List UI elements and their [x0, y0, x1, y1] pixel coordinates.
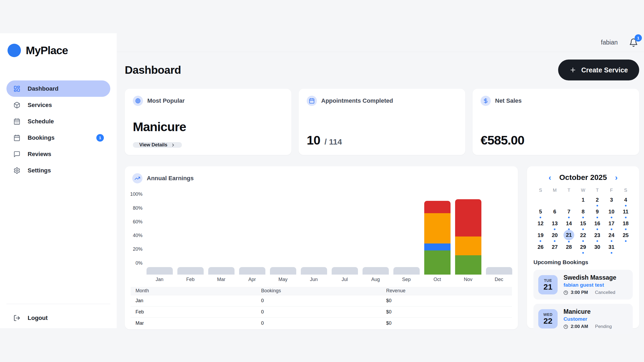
calendar-event-dot — [554, 240, 555, 242]
calendar-event-dot — [597, 205, 598, 206]
calendar-day-16[interactable]: 16 — [590, 219, 604, 231]
calendar-day-number: 7 — [564, 207, 574, 216]
view-details-label: View Details — [139, 142, 167, 148]
calendar-day-7[interactable]: 7 — [562, 207, 576, 219]
calendar-day-22[interactable]: 22 — [576, 231, 590, 242]
x-axis-label: Feb — [175, 277, 206, 282]
x-axis-label: Aug — [360, 277, 391, 282]
calendar-weekday: M — [548, 188, 562, 195]
sidebar-item-services[interactable]: Services — [6, 97, 110, 113]
earnings-table-header-row: MonthBookingsRevenue — [131, 287, 512, 295]
calendar-prev-button[interactable]: ‹ — [548, 173, 551, 182]
create-service-button[interactable]: Create Service — [558, 60, 639, 80]
table-row: Mar0$0 — [131, 317, 512, 329]
table-cell: Feb — [131, 306, 261, 317]
calendar-day-15[interactable]: 15 — [576, 219, 590, 231]
bar-segment-red — [424, 201, 451, 213]
logout-button[interactable]: Logout — [6, 313, 110, 323]
calendar-event-dot — [582, 252, 584, 254]
sidebar-item-dashboard[interactable]: Dashboard — [6, 80, 110, 97]
calendar-day-17[interactable]: 17 — [604, 219, 619, 231]
bar-jun — [298, 267, 329, 275]
calendar-day-6[interactable]: 6 — [548, 207, 562, 219]
calendar-day-14[interactable]: 14 — [562, 219, 576, 231]
booking-card[interactable]: TUE21Swedish Massagefabian guest test3:0… — [533, 270, 633, 300]
card-label-row: Net Sales — [481, 96, 631, 106]
sidebar-item-label: Services — [28, 102, 52, 109]
bar-may — [268, 267, 298, 275]
calendar-day-number: 17 — [606, 219, 617, 228]
logout-icon — [13, 315, 20, 322]
clock-icon — [564, 290, 568, 295]
calendar-day-31[interactable]: 31 — [604, 242, 619, 254]
calendar-day-8[interactable]: 8 — [576, 207, 590, 219]
calendar-event-dot — [597, 217, 598, 218]
calendar-day-10[interactable]: 10 — [604, 207, 619, 219]
create-service-label: Create Service — [581, 66, 628, 74]
calendar-day-number: 20 — [550, 231, 560, 240]
calendar-event-dot — [554, 228, 555, 230]
calendar-day-20[interactable]: 20 — [548, 231, 562, 242]
calendar-day-21[interactable]: 21 — [562, 231, 576, 242]
empty-bar-placeholder — [177, 267, 204, 275]
calendar-day-number: 29 — [578, 242, 588, 252]
calendar-day-number: 8 — [578, 207, 588, 216]
calendar-day-27[interactable]: 27 — [548, 242, 562, 254]
calendar-panel: ‹ October 2025 › SMTWTFS1234567891011121… — [527, 166, 639, 328]
calendar-day-number: 22 — [578, 231, 588, 240]
card-label-row: Appointments Completed — [307, 96, 457, 106]
sidebar-item-reviews[interactable]: Reviews — [6, 146, 110, 162]
booking-customer-link[interactable]: fabian guest test — [564, 282, 616, 288]
booking-date-badge: TUE21 — [538, 275, 558, 294]
calendar-day-25[interactable]: 25 — [619, 231, 633, 242]
schedule-icon — [13, 118, 20, 125]
calendar-day-empty — [548, 195, 562, 207]
calendar-day-28[interactable]: 28 — [562, 242, 576, 254]
calendar-weekday: T — [562, 188, 576, 195]
booking-customer-link[interactable]: Customer — [564, 316, 612, 322]
calendar-day-number: 1 — [578, 195, 588, 204]
calendar-day-3[interactable]: 3 — [604, 195, 619, 207]
calendar-day-18[interactable]: 18 — [619, 219, 633, 231]
sidebar-item-bookings[interactable]: Bookings1 — [6, 130, 110, 146]
empty-bar-placeholder — [486, 267, 512, 275]
calendar-day-29[interactable]: 29 — [576, 242, 590, 254]
calendar-day-23[interactable]: 23 — [590, 231, 604, 242]
calendar-day-30[interactable]: 30 — [590, 242, 604, 254]
calendar-day-12[interactable]: 12 — [533, 219, 548, 231]
calendar-day-5[interactable]: 5 — [533, 207, 548, 219]
bar-jul — [329, 267, 360, 275]
empty-bar-placeholder — [393, 267, 420, 275]
calendar-next-button[interactable]: › — [615, 173, 618, 182]
calendar-day-2[interactable]: 2 — [590, 195, 604, 207]
appointments-card: Appointments Completed 10 / 114 — [299, 89, 465, 155]
sidebar-item-label: Reviews — [28, 151, 51, 158]
page-title: Dashboard — [125, 64, 181, 76]
card-label: Appointments Completed — [321, 97, 393, 104]
calendar-day-24[interactable]: 24 — [604, 231, 619, 242]
calendar-day-4[interactable]: 4 — [619, 195, 633, 207]
empty-bar-placeholder — [270, 267, 296, 275]
calendar-day-19[interactable]: 19 — [533, 231, 548, 242]
x-axis-label: Dec — [484, 277, 514, 282]
calendar-event-dot — [597, 228, 598, 230]
calendar-day-number: 2 — [592, 195, 602, 204]
sidebar-item-settings[interactable]: Settings — [6, 162, 110, 179]
bar-segment-green — [424, 250, 451, 275]
calendar-day-9[interactable]: 9 — [590, 207, 604, 219]
calendar-day-number: 18 — [621, 219, 631, 228]
username: fabian — [601, 39, 618, 46]
calendar-weekday: F — [604, 188, 619, 195]
calendar-day-26[interactable]: 26 — [533, 242, 548, 254]
calendar-day-1[interactable]: 1 — [576, 195, 590, 207]
calendar-day-number: 16 — [592, 219, 602, 228]
empty-bar-placeholder — [147, 267, 173, 275]
booking-card[interactable]: WED22ManicureCustomer2:00 AMPending — [533, 304, 633, 334]
calendar-event-dot — [597, 240, 598, 242]
notifications-button[interactable]: 1 — [629, 38, 638, 47]
calendar-day-13[interactable]: 13 — [548, 219, 562, 231]
sidebar-item-schedule[interactable]: Schedule — [6, 113, 110, 130]
calendar-day-11[interactable]: 11 — [619, 207, 633, 219]
view-details-button[interactable]: View Details — [133, 142, 182, 148]
calendar-title: October 2025 — [559, 173, 607, 182]
